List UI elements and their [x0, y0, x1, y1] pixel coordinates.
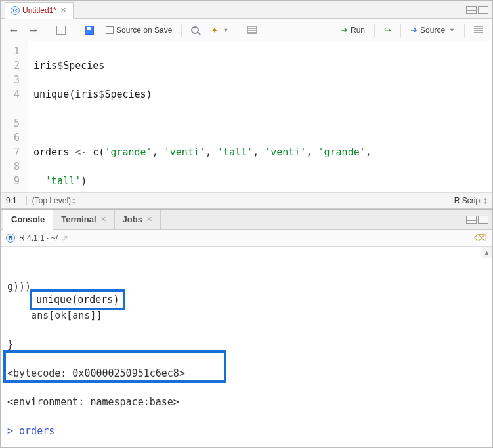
wand-icon: ✦ — [211, 25, 219, 35]
save-button[interactable] — [81, 24, 98, 36]
find-button[interactable] — [187, 25, 203, 35]
editor-statusbar: 9:1 (Top Level)‡ R Script‡ — [1, 192, 492, 208]
arrow-left-icon: ⬅ — [10, 25, 18, 35]
source-button[interactable]: ➔Source▼ — [406, 24, 459, 36]
source-on-save-label: Source on Save — [116, 26, 172, 35]
rerun-icon: ↪ — [384, 25, 391, 35]
run-label: Run — [351, 26, 365, 35]
source-on-save-toggle[interactable]: Source on Save — [102, 24, 176, 36]
editor-toolbar: ⬅ ➡ Source on Save ✦▼ ➔Run ↪ ➔Source▼ — [1, 19, 492, 41]
maximize-icon[interactable] — [478, 6, 488, 14]
nav-fwd-button[interactable]: ➡ — [26, 24, 41, 37]
maximize-icon[interactable] — [478, 216, 488, 224]
editor-pane: R Untitled1* ✕ ⬅ ➡ Source on Save ✦▼ ➔Ru… — [1, 1, 492, 209]
close-icon[interactable]: ✕ — [100, 215, 106, 224]
cursor-position: 9:1 — [6, 196, 17, 205]
rerun-button[interactable]: ↪ — [380, 24, 395, 36]
code-editor[interactable]: 1 2 3 4 5 6 7 8 9 iris$Species unique(ir… — [1, 41, 492, 192]
outline-button[interactable] — [470, 25, 487, 35]
clear-console-button[interactable]: ⌫ — [474, 233, 487, 243]
session-popout-icon[interactable]: ⇗ — [62, 234, 68, 243]
editor-tab[interactable]: R Untitled1* ✕ — [5, 2, 74, 19]
console-subbar: R R 4.1.1 · ~/ ⇗ ⌫ — [1, 230, 492, 247]
nav-back-button[interactable]: ⬅ — [6, 24, 22, 37]
document-icon — [247, 26, 257, 34]
run-button[interactable]: ➔Run — [337, 24, 369, 36]
source-icon: ➔ — [410, 25, 418, 35]
code-area[interactable]: iris$Species unique(iris$Species) orders… — [28, 41, 377, 192]
line-gutter: 1 2 3 4 5 6 7 8 9 — [1, 41, 28, 192]
tab-jobs[interactable]: Jobs✕ — [115, 210, 161, 229]
r-file-icon: R — [11, 6, 20, 15]
tab-console[interactable]: Console — [3, 210, 53, 230]
arrow-right-icon: ➡ — [30, 25, 37, 35]
language-mode[interactable]: R Script‡ — [454, 196, 487, 205]
chevron-down-icon: ▼ — [449, 27, 455, 33]
tab-terminal[interactable]: Terminal✕ — [53, 210, 114, 229]
chevron-down-icon: ▼ — [223, 27, 228, 33]
editor-tab-title: Untitled1* — [22, 6, 56, 15]
console-output[interactable]: ▲ g))) ans[ok[ans]] } <bytecode: 0x00000… — [1, 247, 492, 448]
show-in-new-window-button[interactable] — [53, 24, 70, 36]
minimize-icon[interactable] — [466, 6, 477, 14]
pane-window-controls[interactable] — [466, 6, 492, 14]
compile-report-button[interactable] — [244, 25, 261, 35]
pane-window-controls[interactable] — [466, 216, 492, 224]
scope-selector[interactable]: (Top Level)‡ — [26, 196, 76, 205]
close-icon[interactable]: ✕ — [59, 6, 68, 14]
code-tools-button[interactable]: ✦▼ — [207, 24, 232, 37]
editor-tabbar: R Untitled1* ✕ — [1, 1, 492, 19]
minimize-icon[interactable] — [466, 216, 477, 224]
checkbox-icon — [106, 26, 114, 34]
source-label: Source — [420, 26, 445, 35]
r-logo-icon: R — [6, 234, 15, 243]
outline-icon — [474, 26, 483, 34]
search-icon — [191, 26, 199, 34]
run-icon: ➔ — [341, 25, 348, 35]
scroll-up-button[interactable]: ▲ — [481, 247, 492, 258]
close-icon[interactable]: ✕ — [146, 215, 152, 224]
console-tabbar: Console Terminal✕ Jobs✕ — [1, 210, 492, 230]
r-version-label: R 4.1.1 · ~/ — [19, 234, 58, 243]
save-icon — [85, 26, 94, 35]
popout-icon — [56, 26, 66, 35]
console-pane: Console Terminal✕ Jobs✕ R R 4.1.1 · ~/ ⇗… — [1, 209, 492, 448]
